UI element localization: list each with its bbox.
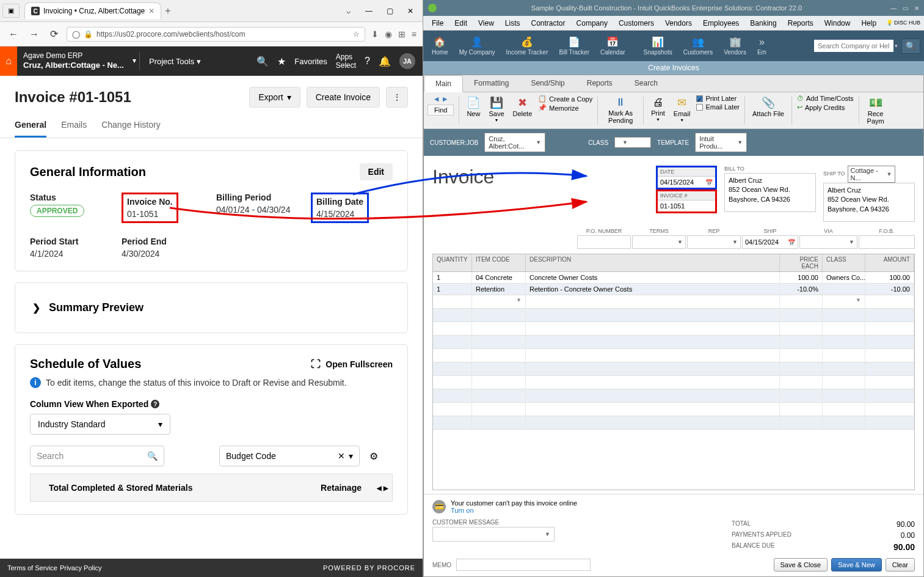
search-icon[interactable]: 🔍 — [256, 56, 269, 67]
help-icon[interactable]: ? — [365, 56, 370, 67]
table-row[interactable]: 1 Retention Retention - Concrete Owner C… — [433, 284, 914, 295]
tool-calendar[interactable]: 📅Calendar — [595, 35, 630, 57]
tab-formatting[interactable]: Formatting — [463, 75, 520, 92]
table-row[interactable]: ▼ ▼ — [433, 295, 914, 309]
find-button[interactable]: Find — [427, 105, 454, 116]
star-icon[interactable]: ★ — [277, 56, 286, 67]
fullscreen-button[interactable]: ⛶ Open Fullscreen — [311, 359, 393, 370]
dropdown-icon[interactable]: ⌵ — [338, 2, 358, 20]
tool-mycompany[interactable]: 👤My Company — [454, 35, 500, 57]
billto-address[interactable]: Albert Cruz 852 Ocean View Rd. Bayshore,… — [724, 173, 816, 212]
download-icon[interactable]: ⬇ — [371, 29, 379, 39]
new-tab-button[interactable]: + — [165, 6, 170, 17]
tab-change-history[interactable]: Change History — [101, 115, 161, 138]
menu-icon[interactable]: ≡ — [412, 29, 417, 39]
via-input[interactable]: ▼ — [799, 235, 857, 249]
menu-company[interactable]: Company — [572, 18, 613, 29]
create-copy-button[interactable]: 📋Create a Copy — [538, 95, 592, 103]
maximize-icon[interactable]: ▭ — [903, 5, 908, 12]
customer-message-dropdown[interactable]: ▼ — [432, 527, 555, 542]
receive-payment-button[interactable]: 💵Rece Paym — [864, 95, 887, 126]
tool-customers[interactable]: 👥Customers — [678, 35, 718, 57]
calendar-icon[interactable]: 📅 — [705, 179, 713, 186]
sidebar-toggle-icon[interactable]: ▣ — [2, 4, 20, 18]
item-dropdown-icon[interactable]: ▼ — [516, 297, 522, 303]
minimize-icon[interactable]: ― — [890, 5, 897, 12]
menu-view[interactable]: View — [473, 18, 499, 29]
tab-close-icon[interactable]: ✕ — [148, 7, 155, 15]
menu-edit[interactable]: Edit — [449, 18, 472, 29]
export-select[interactable]: Industry Standard ▾ — [30, 414, 170, 435]
minimize-icon[interactable]: ― — [359, 2, 379, 20]
tool-home[interactable]: 🏠Home — [427, 35, 453, 57]
terms-link[interactable]: Terms of Service — [7, 564, 57, 571]
create-invoice-button[interactable]: Create Invoice — [307, 87, 380, 108]
tab-send[interactable]: Send/Ship — [520, 75, 575, 92]
menu-customers[interactable]: Customers — [614, 18, 659, 29]
menu-lists[interactable]: Lists — [500, 18, 525, 29]
home-icon[interactable]: ⌂ — [0, 46, 17, 76]
menu-vendors[interactable]: Vendors — [660, 18, 697, 29]
budget-code-select[interactable]: Budget Code ✕ ▾ — [219, 446, 360, 466]
save-button[interactable]: 💾Save▼ — [486, 95, 506, 123]
save-close-button[interactable]: Save & Close — [774, 558, 828, 571]
turn-on-link[interactable]: Turn on — [451, 507, 577, 514]
project-tools-dropdown[interactable]: Project Tools ▾ — [140, 57, 210, 66]
privacy-link[interactable]: Privacy Policy — [60, 564, 101, 571]
rep-input[interactable]: ▼ — [687, 235, 741, 249]
export-button[interactable]: Export ▾ — [249, 87, 300, 108]
table-row[interactable]: 1 04 Concrete Concrete Owner Costs 100.0… — [433, 272, 914, 284]
date-input[interactable]: 04/15/2024📅 — [658, 177, 715, 188]
scroll-arrows[interactable]: ◀ ▶ — [377, 485, 388, 491]
back-button[interactable]: ← — [6, 26, 21, 42]
disc-hub-button[interactable]: 💡DISC HUB — [886, 20, 920, 26]
browser-tab[interactable]: C Invoicing • Cruz, Albert:Cottage ✕ — [24, 2, 161, 19]
fob-input[interactable] — [859, 235, 915, 249]
user-avatar[interactable]: JA — [399, 53, 415, 69]
new-button[interactable]: 📄New — [464, 95, 482, 119]
tab-reports[interactable]: Reports — [576, 75, 624, 92]
memorize-button[interactable]: 📌Memorize — [538, 104, 592, 112]
search-company-input[interactable] — [814, 40, 893, 52]
template-dropdown[interactable]: Intuit Produ...▼ — [695, 133, 747, 152]
clear-button[interactable]: Clear — [886, 558, 915, 571]
menu-reports[interactable]: Reports — [783, 18, 818, 29]
menu-contractor[interactable]: Contractor — [526, 18, 570, 29]
extensions-icon[interactable]: ⊞ — [398, 29, 406, 39]
bell-icon[interactable]: 🔔 — [379, 56, 391, 67]
email-later-checkbox[interactable]: Email Later — [696, 103, 740, 111]
invoice-no-input[interactable]: 01-1051 — [658, 200, 715, 211]
more-button[interactable]: ⋮ — [386, 87, 408, 108]
email-button[interactable]: ✉Email▼ — [671, 95, 693, 123]
save-new-button[interactable]: Save & New — [831, 558, 882, 571]
bookmark-icon[interactable]: ☆ — [353, 30, 360, 39]
mark-pending-button[interactable]: ⏸Mark As Pending — [603, 95, 638, 125]
add-time-costs-button[interactable]: ⏱Add Time/Costs — [797, 95, 854, 102]
prev-arrow-icon[interactable]: ◄ — [433, 95, 440, 103]
attach-file-button[interactable]: 📎Attach File — [750, 95, 787, 119]
ship-input[interactable]: 04/15/2024📅 — [742, 235, 798, 249]
memo-input[interactable] — [456, 559, 591, 571]
tab-general[interactable]: General — [15, 115, 46, 138]
search-dropdown-icon[interactable]: ▾ — [895, 43, 898, 49]
apply-credits-button[interactable]: ↩Apply Credits — [797, 103, 854, 111]
terms-input[interactable]: ▼ — [632, 235, 686, 249]
account-icon[interactable]: ◉ — [385, 29, 392, 39]
tool-employees[interactable]: »Em — [752, 35, 771, 57]
summary-toggle[interactable]: ❯ Summary Preview — [30, 295, 393, 320]
class-dropdown-icon[interactable]: ▼ — [856, 297, 861, 303]
search-button[interactable]: 🔍 — [901, 39, 920, 54]
tool-snapshots[interactable]: 📊Snapshots — [639, 35, 677, 57]
class-dropdown[interactable]: ▼ — [614, 137, 651, 148]
clear-icon[interactable]: ✕ — [338, 451, 345, 461]
menu-employees[interactable]: Employees — [698, 18, 744, 29]
tab-main[interactable]: Main — [424, 75, 463, 92]
menu-file[interactable]: File — [427, 18, 448, 29]
tool-income[interactable]: 💰Income Tracker — [501, 35, 553, 57]
po-input[interactable] — [577, 235, 631, 249]
tool-bill[interactable]: 📄Bill Tracker — [555, 35, 594, 57]
close-icon[interactable]: ✕ — [401, 2, 420, 20]
apps-select[interactable]: AppsSelect — [336, 53, 356, 70]
reload-button[interactable]: ⟳ — [48, 26, 60, 42]
menu-banking[interactable]: Banking — [745, 18, 781, 29]
